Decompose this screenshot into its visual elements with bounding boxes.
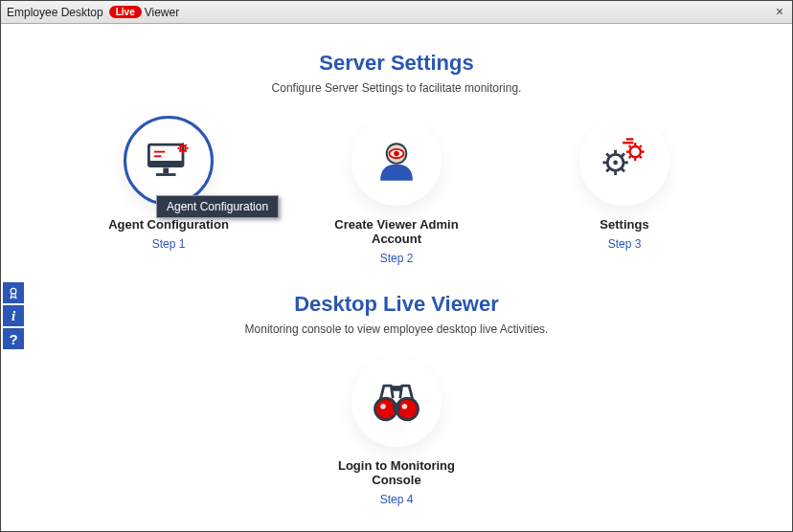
svg-point-20 xyxy=(613,161,618,166)
server-settings-sub: Configure Server Settings to facilitate … xyxy=(1,81,792,95)
card-step: Step 1 xyxy=(87,237,250,251)
card-title: Agent Configuration xyxy=(87,217,250,232)
gears-icon xyxy=(596,132,653,189)
settings-bubble xyxy=(579,116,669,206)
content-area: i ? Server Settings Configure Server Set… xyxy=(1,24,792,531)
app-title-prefix: Employee Desktop xyxy=(7,6,103,19)
sidebar: i ? xyxy=(3,282,24,349)
svg-line-25 xyxy=(606,154,609,157)
create-viewer-admin-bubble xyxy=(351,116,442,206)
card-step: Step 2 xyxy=(315,252,478,265)
svg-line-34 xyxy=(629,145,631,147)
agent-configuration-bubble xyxy=(124,116,214,206)
svg-line-13 xyxy=(185,150,186,151)
svg-line-27 xyxy=(606,168,609,171)
svg-line-28 xyxy=(622,154,624,157)
desktop-live-viewer-section: Desktop Live Viewer Monitoring console t… xyxy=(1,292,792,506)
card-agent-configuration[interactable]: Agent Configuration Agent Configuration … xyxy=(87,116,250,265)
card-title: Login to Monitoring Console xyxy=(315,458,478,487)
sidebar-info-button[interactable]: i xyxy=(3,305,24,326)
svg-rect-4 xyxy=(156,173,176,176)
svg-point-0 xyxy=(11,288,16,294)
card-login-monitoring-console[interactable]: Login to Monitoring Console Step 4 xyxy=(315,357,478,506)
sidebar-help-button[interactable]: ? xyxy=(3,328,24,349)
login-console-bubble xyxy=(351,357,442,447)
binoculars-icon xyxy=(368,373,425,431)
svg-rect-45 xyxy=(391,386,401,391)
app-title-suffix: Viewer xyxy=(145,6,179,19)
svg-line-15 xyxy=(185,144,186,145)
svg-point-18 xyxy=(394,151,399,157)
titlebar: Employee Desktop Live Viewer × xyxy=(1,1,792,24)
svg-rect-3 xyxy=(163,168,169,174)
server-settings-row: Agent Configuration Agent Configuration … xyxy=(1,95,792,265)
card-create-viewer-admin[interactable]: Create Viewer Admin Account Step 2 xyxy=(315,116,478,265)
desktop-live-viewer-sub: Monitoring console to view employee desk… xyxy=(1,322,792,336)
svg-line-14 xyxy=(179,150,180,151)
svg-rect-2 xyxy=(148,161,183,166)
close-button[interactable]: × xyxy=(771,3,788,20)
svg-line-26 xyxy=(622,168,624,171)
svg-line-36 xyxy=(629,156,631,158)
monitor-gear-icon xyxy=(140,132,197,189)
svg-line-12 xyxy=(179,144,180,145)
user-eye-icon xyxy=(368,132,425,189)
desktop-live-viewer-heading: Desktop Live Viewer xyxy=(1,292,792,317)
card-step: Step 4 xyxy=(315,493,478,506)
svg-line-35 xyxy=(640,156,642,158)
sidebar-award-button[interactable] xyxy=(3,282,24,303)
server-settings-heading: Server Settings xyxy=(1,51,792,76)
svg-line-37 xyxy=(640,145,642,147)
card-step: Step 3 xyxy=(543,237,706,251)
svg-point-43 xyxy=(402,404,408,410)
card-title: Settings xyxy=(543,217,706,232)
svg-point-29 xyxy=(630,146,641,157)
svg-rect-44 xyxy=(393,404,400,411)
card-settings[interactable]: Settings Step 3 xyxy=(543,116,706,265)
award-icon xyxy=(7,286,20,299)
card-title: Create Viewer Admin Account xyxy=(315,217,478,246)
svg-point-42 xyxy=(380,404,386,410)
live-badge: Live xyxy=(109,6,142,18)
